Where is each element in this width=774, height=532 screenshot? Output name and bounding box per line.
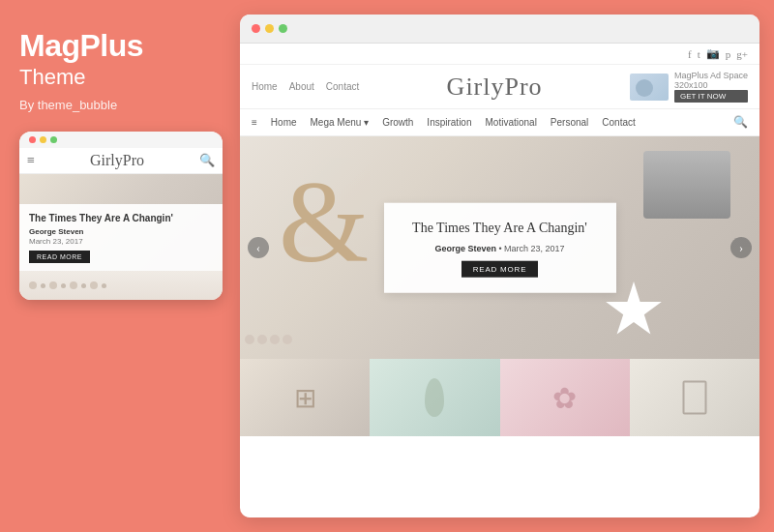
mobile-hamburger-icon[interactable]: ≡ xyxy=(27,153,35,168)
mobile-hero-image: The Times They Are A Changin' George Ste… xyxy=(19,174,223,271)
desktop-content: f t 📷 p g+ Home About Contact GirlyPro M… xyxy=(240,44,759,517)
thumb-decoration-3: ✿ xyxy=(552,381,577,415)
mobile-search-icon[interactable]: 🔍 xyxy=(199,153,215,168)
theme-title: MagPlus xyxy=(19,29,221,63)
pinterest-icon[interactable]: p xyxy=(726,48,731,60)
hero-bead-3 xyxy=(270,335,280,344)
thumb-decoration-1: ⊞ xyxy=(294,382,316,414)
nav-item-inspiration[interactable]: Inspiration xyxy=(427,117,471,128)
thumbnail-row: ⊞ ✿ xyxy=(240,359,759,436)
thumbnail-4[interactable] xyxy=(630,359,759,436)
thumb-decoration-2 xyxy=(425,378,444,417)
bead-5 xyxy=(70,281,77,289)
instagram-icon[interactable]: 📷 xyxy=(706,47,720,60)
bead-1 xyxy=(29,281,37,289)
googleplus-icon[interactable]: g+ xyxy=(736,48,748,60)
mobile-read-more-button[interactable]: READ MORE xyxy=(29,251,90,263)
hero-beads-decoration xyxy=(245,335,292,344)
mobile-logo: GirlyPro xyxy=(90,152,144,169)
mobile-hero-overlay: The Times They Are A Changin' George Ste… xyxy=(19,204,223,271)
ad-image xyxy=(630,74,669,101)
browser-dot-yellow xyxy=(265,24,274,33)
social-bar: f t 📷 p g+ xyxy=(240,44,759,65)
nav-item-home[interactable]: Home xyxy=(271,117,297,128)
bead-8 xyxy=(102,283,106,288)
author-label: By theme_bubble xyxy=(19,98,221,112)
thumbnail-2[interactable] xyxy=(370,359,499,436)
desktop-browser: f t 📷 p g+ Home About Contact GirlyPro M… xyxy=(240,15,759,517)
ad-space: MagPlus Ad Space 320x100 GET IT NOW xyxy=(630,71,748,103)
bead-3 xyxy=(49,281,57,289)
hero-bead-4 xyxy=(283,335,292,344)
desktop-top-nav: Home About Contact xyxy=(252,81,359,92)
nav-home-link[interactable]: Home xyxy=(252,81,278,92)
hamburger-icon[interactable]: ≡ xyxy=(252,117,257,128)
bead-4 xyxy=(61,283,66,288)
mobile-article-date: March 23, 2017 xyxy=(29,237,213,246)
ad-title: MagPlus Ad Space xyxy=(674,71,748,80)
search-icon[interactable]: 🔍 xyxy=(733,115,748,130)
hero-article-title: The Times They Are A Changin' xyxy=(405,219,595,238)
facebook-icon[interactable]: f xyxy=(688,48,692,60)
browser-dot-red xyxy=(252,24,260,33)
hero-bead-2 xyxy=(257,335,267,344)
thumb-decoration-4 xyxy=(682,381,706,415)
nav-about-link[interactable]: About xyxy=(289,81,314,92)
ad-info: MagPlus Ad Space 320x100 GET IT NOW xyxy=(674,71,748,103)
nav-contact-link[interactable]: Contact xyxy=(326,81,359,92)
thumbnail-3[interactable]: ✿ xyxy=(500,359,630,436)
mobile-dot-yellow xyxy=(40,136,46,143)
bead-7 xyxy=(90,281,98,289)
mobile-beads-decoration xyxy=(19,271,223,300)
bead-6 xyxy=(81,283,86,288)
theme-subtitle: Theme xyxy=(19,65,221,90)
mobile-article-title: The Times They Are A Changin' xyxy=(29,212,213,224)
nav-item-contact[interactable]: Contact xyxy=(602,117,635,128)
hero-read-more-button[interactable]: READ MORE xyxy=(461,260,539,277)
mobile-nav: ≡ GirlyPro 🔍 xyxy=(19,148,223,174)
ad-button[interactable]: GET IT NOW xyxy=(674,90,748,103)
browser-top-bar xyxy=(240,15,759,44)
hero-article-meta: George Steven • March 23, 2017 xyxy=(405,243,595,252)
ad-size: 320x100 xyxy=(674,80,748,90)
mobile-dot-green xyxy=(50,136,57,143)
nav-item-megamenu[interactable]: Mega Menu ▾ xyxy=(311,117,370,128)
desktop-logo: GirlyPro xyxy=(447,73,543,102)
bead-2 xyxy=(41,283,45,288)
hero-prev-button[interactable]: ‹ xyxy=(248,237,269,258)
nav-item-motivational[interactable]: Motivational xyxy=(486,117,537,128)
twitter-icon[interactable]: t xyxy=(698,48,700,60)
main-navigation: ≡ Home Mega Menu ▾ Growth Inspiration Mo… xyxy=(240,109,759,136)
hero-box-decoration xyxy=(643,151,730,219)
mobile-article-author: George Steven xyxy=(29,227,213,236)
mobile-dot-red xyxy=(29,136,36,143)
hero-article-date: March 23, 2017 xyxy=(504,243,565,252)
mobile-top-bar xyxy=(19,132,223,148)
hero-next-button[interactable]: › xyxy=(730,237,752,258)
nav-item-personal[interactable]: Personal xyxy=(551,117,588,128)
thumbnail-1[interactable]: ⊞ xyxy=(240,359,370,436)
browser-dot-green xyxy=(279,24,287,33)
desktop-header: Home About Contact GirlyPro MagPlus Ad S… xyxy=(240,65,759,109)
left-panel: MagPlus Theme By theme_bubble ≡ GirlyPro… xyxy=(0,0,240,532)
main-nav-left: ≡ Home Mega Menu ▾ Growth Inspiration Mo… xyxy=(252,117,636,128)
hero-section: & ‹ › The Times They Are A Changin' Geor… xyxy=(240,136,759,359)
hero-article-card: The Times They Are A Changin' George Ste… xyxy=(384,203,616,293)
nav-item-growth[interactable]: Growth xyxy=(382,117,413,128)
hero-ampersand-decoration: & xyxy=(279,156,369,289)
hero-bead-1 xyxy=(245,335,254,344)
hero-article-author: George Steven xyxy=(434,243,496,252)
mobile-mockup: ≡ GirlyPro 🔍 The Times They Are A Changi… xyxy=(19,132,223,300)
